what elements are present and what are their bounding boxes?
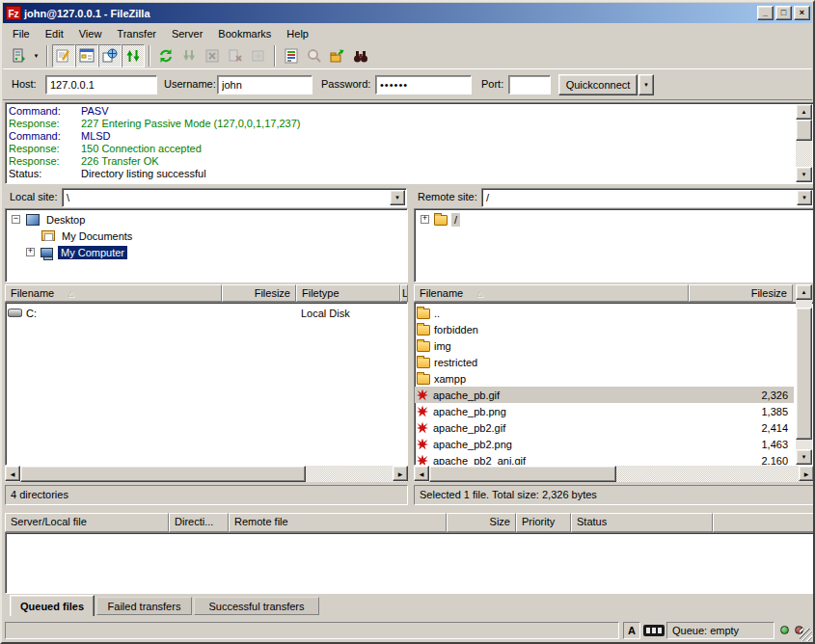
disconnect-button[interactable] — [224, 44, 247, 67]
menu-item-view[interactable]: View — [71, 26, 110, 41]
combo-dropdown-icon[interactable]: ▼ — [797, 190, 812, 205]
scroll-left-button[interactable]: ◀ — [5, 466, 20, 481]
remote-horizontal-scrollbar[interactable]: ◀ ▶ — [414, 466, 814, 482]
local-column-filetype[interactable]: Filetype — [296, 284, 400, 302]
file-row[interactable]: apache_pb2_ani.gif 2,160 — [415, 452, 794, 466]
tree-item-my-computer[interactable]: + My Computer — [6, 244, 407, 260]
scroll-up-button[interactable]: ▲ — [796, 284, 812, 300]
scroll-down-button[interactable]: ▼ — [796, 449, 812, 465]
file-row[interactable]: .. — [415, 305, 813, 321]
host-input[interactable] — [45, 75, 157, 94]
reconnect-button[interactable] — [247, 44, 270, 67]
log-vertical-scrollbar[interactable]: ▲ ▼ — [796, 104, 812, 182]
menu-item-transfer[interactable]: Transfer — [109, 26, 164, 41]
scrollbar-thumb[interactable] — [796, 308, 812, 440]
file-size: 1,385 — [697, 406, 794, 417]
synchronized-browsing-button[interactable] — [349, 44, 372, 67]
close-button[interactable]: × — [794, 6, 810, 20]
remote-vertical-scrollbar[interactable]: ▲ ▼ — [796, 284, 812, 465]
menu-item-help[interactable]: Help — [279, 26, 316, 41]
queue-column-direction[interactable]: Directi... — [169, 513, 229, 532]
queue-column-size[interactable]: Size — [447, 513, 516, 532]
local-column-filename[interactable]: Filename△ — [5, 284, 222, 302]
scroll-left-button[interactable]: ◀ — [414, 466, 429, 481]
file-size: 2,326 — [697, 389, 794, 401]
scrollbar-thumb[interactable] — [20, 466, 306, 482]
quickconnect-button[interactable]: Quickconnect — [558, 74, 638, 95]
toggle-local-tree-button[interactable] — [75, 44, 98, 67]
menu-item-bookmarks[interactable]: Bookmarks — [210, 26, 279, 41]
scroll-right-button[interactable]: ▶ — [393, 466, 408, 481]
file-row[interactable]: xampp — [415, 370, 813, 387]
collapse-icon[interactable]: − — [12, 215, 20, 224]
process-queue-button[interactable] — [177, 44, 201, 67]
file-row[interactable]: apache_pb2.gif 2,414 — [415, 419, 794, 436]
tab-successful-transfers[interactable]: Successful transfers — [194, 597, 319, 615]
expand-icon[interactable]: + — [26, 248, 35, 256]
menu-item-edit[interactable]: Edit — [38, 26, 71, 41]
port-input[interactable] — [508, 75, 551, 94]
image-file-icon — [417, 422, 428, 434]
file-search-button[interactable] — [303, 44, 326, 67]
scrollbar-thumb[interactable] — [796, 120, 812, 141]
toggle-remote-tree-button[interactable] — [98, 44, 122, 67]
minimize-button[interactable]: _ — [757, 6, 774, 20]
refresh-button[interactable] — [154, 44, 177, 67]
tree-item-desktop[interactable]: − Desktop — [6, 211, 407, 228]
combo-dropdown-icon[interactable]: ▼ — [390, 190, 405, 205]
speed-limits-icon[interactable] — [643, 625, 665, 636]
tree-item-my-documents[interactable]: My Documents — [6, 228, 407, 244]
port-label: Port: — [481, 78, 503, 90]
site-manager-button[interactable] — [7, 44, 30, 67]
username-input[interactable] — [217, 75, 312, 94]
scroll-down-button[interactable]: ▼ — [796, 167, 812, 182]
tab-failed-transfers[interactable]: Failed transfers — [96, 597, 192, 615]
scroll-right-button[interactable]: ▶ — [799, 466, 814, 481]
local-column-last-modified[interactable]: L — [400, 284, 408, 302]
remote-site-combobox[interactable]: / ▼ — [481, 188, 814, 207]
transfer-type-icon[interactable]: A — [623, 622, 640, 639]
file-row[interactable]: forbidden — [415, 321, 813, 337]
local-horizontal-scrollbar[interactable]: ◀ ▶ — [5, 466, 408, 482]
tree-item-label[interactable]: Desktop — [43, 213, 88, 227]
local-site-label: Local site: — [10, 191, 58, 202]
file-row[interactable]: restricted — [415, 354, 813, 370]
local-column-filesize[interactable]: Filesize — [222, 284, 296, 302]
expand-icon[interactable]: + — [421, 215, 429, 224]
file-row[interactable]: C: Local Disk — [6, 305, 407, 321]
scrollbar-thumb[interactable] — [429, 466, 616, 482]
cancel-operation-button[interactable] — [201, 44, 224, 67]
queue-column-status[interactable]: Status — [571, 513, 713, 532]
toggle-transfer-queue-button[interactable] — [122, 44, 145, 67]
queue-column-remote-file[interactable]: Remote file — [229, 513, 447, 532]
remote-column-filename[interactable]: Filename△ — [414, 284, 689, 302]
tree-item-label-selected[interactable]: My Computer — [58, 246, 127, 259]
tab-queued-files[interactable]: Queued files — [10, 595, 95, 616]
quickconnect-dropdown[interactable]: ▼ — [638, 74, 654, 95]
toggle-message-log-button[interactable] — [52, 44, 75, 67]
maximize-button[interactable]: □ — [775, 6, 792, 20]
tree-item-root[interactable]: + / — [415, 211, 813, 228]
local-site-combobox[interactable]: \ ▼ — [62, 188, 407, 207]
scroll-up-button[interactable]: ▲ — [796, 104, 812, 120]
password-input[interactable] — [375, 75, 472, 94]
file-row[interactable]: apache_pb.png 1,385 — [415, 403, 794, 419]
queue-column-server-local-file[interactable]: Server/Local file — [5, 513, 169, 532]
queue-column-empty[interactable] — [713, 513, 814, 532]
menu-item-file[interactable]: File — [5, 26, 38, 41]
tree-item-label[interactable]: My Documents — [59, 229, 135, 243]
remote-tree: + / — [414, 208, 814, 282]
tree-item-label-selected[interactable]: / — [451, 213, 460, 227]
file-row[interactable]: img — [415, 337, 813, 354]
directory-comparison-button[interactable] — [326, 44, 349, 67]
queue-column-priority[interactable]: Priority — [516, 513, 571, 532]
site-manager-dropdown[interactable]: ▼ — [30, 44, 42, 67]
titlebar[interactable]: Fz john@127.0.0.1 - FileZilla _ □ × — [3, 3, 812, 23]
filter-button[interactable] — [280, 44, 303, 67]
resize-grip[interactable] — [800, 629, 812, 641]
file-row-selected[interactable]: apache_pb.gif 2,326 — [415, 387, 794, 403]
menu-item-server[interactable]: Server — [164, 26, 210, 41]
file-row[interactable]: apache_pb2.png 1,463 — [415, 436, 794, 452]
local-status-text: 4 directories — [5, 485, 408, 505]
remote-column-filesize[interactable]: Filesize — [689, 284, 793, 302]
